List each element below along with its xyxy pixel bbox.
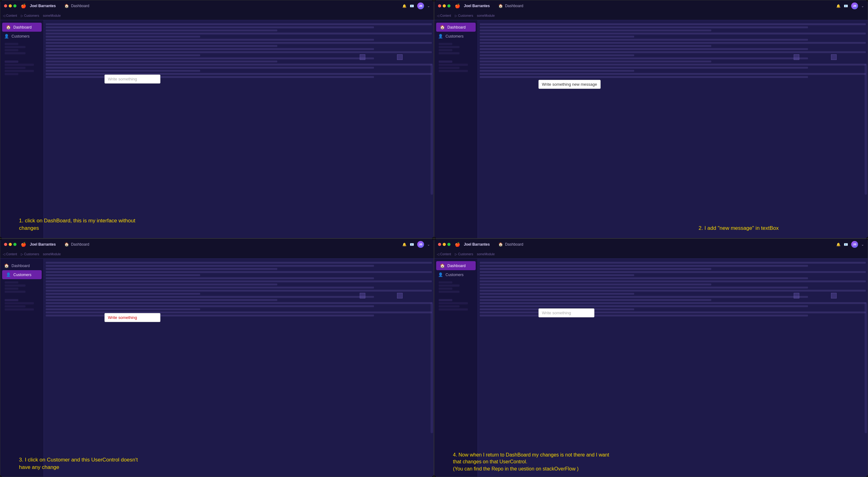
scrollbar-2[interactable] (865, 64, 867, 195)
nav-dashboard-1[interactable]: 🏠 Dashboard (64, 4, 89, 8)
app-body-3: 🏠 Dashboard 👤 Customers (0, 259, 434, 477)
sidebar-customers-3[interactable]: 👤 Customers (2, 270, 42, 279)
top-nav-1: ◁ Content ▷ Customers someModule (0, 11, 434, 20)
textbox-value-3: Write something (108, 315, 137, 320)
tab-content-1[interactable]: ◁ Content (3, 14, 17, 18)
tab-item-22[interactable]: ▷ Customers (455, 14, 473, 18)
panel-1: 🍎 Joel Barrantes 🏠 Dashboard 🔔 📧 JB ⌄ ◁ … (0, 0, 434, 238)
annotation-1: 1. click on DashBoard, this is my interf… (19, 217, 135, 232)
write-textbox-4[interactable]: Write something (538, 308, 594, 317)
minimize-button[interactable] (9, 4, 12, 7)
apple-icon: 🍎 (21, 3, 26, 8)
title-bar-4: 🍎 Joel Barrantes 🏠 Dashboard 🔔 📧 JB ⌄ (434, 239, 868, 250)
user-name-3: Joel Barrantes (30, 242, 56, 246)
scrollbar-4[interactable] (865, 302, 867, 433)
square-indicator-2b (831, 54, 837, 60)
close-button-2[interactable] (438, 4, 441, 7)
maximize-button-3[interactable] (13, 243, 17, 246)
dashboard-icon-3: 🏠 (4, 263, 9, 268)
minimize-button-4[interactable] (443, 243, 446, 246)
chevron-icon-4: ⌄ (861, 242, 864, 246)
sidebar-dashboard-1[interactable]: 🏠 Dashboard (2, 23, 42, 32)
tab-item-43[interactable]: someModule (477, 252, 495, 256)
nav-label-1: Dashboard (71, 4, 89, 8)
maximize-button-2[interactable] (447, 4, 451, 7)
customers-label-3: Customers (13, 273, 31, 277)
avatar-1[interactable]: JB (417, 2, 424, 9)
notification-icon-3: 🔔 (402, 242, 407, 246)
tab-content-3[interactable]: ◁ Content (3, 252, 17, 256)
mail-icon-2: 📧 (844, 4, 848, 8)
mail-icon-4: 📧 (844, 242, 848, 246)
square-indicator-1 (360, 54, 365, 60)
sidebar-dashboard-4[interactable]: 🏠 Dashboard (436, 261, 476, 270)
square-indicator-3b (397, 293, 403, 299)
minimize-button-3[interactable] (9, 243, 12, 246)
tab-item-33[interactable]: someModule (43, 252, 61, 256)
tab-content-4[interactable]: ◁ Content (437, 252, 451, 256)
user-name-1: Joel Barrantes (30, 4, 56, 8)
sidebar-customers-1[interactable]: 👤 Customers (0, 32, 43, 41)
tab-item-32[interactable]: ▷ Customers (21, 252, 39, 256)
title-bar-1: 🍎 Joel Barrantes 🏠 Dashboard 🔔 📧 JB ⌄ (0, 0, 434, 11)
apple-icon-2: 🍎 (455, 3, 460, 8)
customers-label-2: Customers (445, 34, 464, 38)
dashboard-icon-1: 🏠 (6, 25, 11, 30)
mail-icon-1: 📧 (410, 4, 414, 8)
nav-label-3: Dashboard (71, 242, 89, 246)
maximize-button[interactable] (13, 4, 17, 7)
close-button-3[interactable] (4, 243, 7, 246)
tab-item-23[interactable]: someModule (477, 14, 495, 18)
main-content-3: Write something (44, 259, 434, 477)
nav-label-2: Dashboard (505, 4, 523, 8)
content-area-2: Write something new message (478, 20, 868, 238)
mail-icon-3: 📧 (410, 242, 414, 246)
sidebar-customers-4[interactable]: 👤 Customers (434, 270, 477, 279)
nav-dashboard-4[interactable]: 🏠 Dashboard (498, 242, 523, 246)
traffic-lights-1 (4, 4, 17, 7)
traffic-lights-3 (4, 243, 17, 246)
tab-item-42[interactable]: ▷ Customers (455, 252, 473, 256)
close-button[interactable] (4, 4, 7, 7)
dashboard-icon-2: 🏠 (440, 25, 445, 30)
nav-label-4: Dashboard (505, 242, 523, 246)
tab-content-2[interactable]: ◁ Content (437, 14, 451, 18)
write-textbox-3[interactable]: Write something (104, 313, 160, 322)
dashboard-label-3: Dashboard (11, 264, 30, 268)
annotation-2: 2. I add "new message" in textBox (699, 225, 779, 232)
annotation-text-4: 4. Now when I return to DashBoard my cha… (453, 452, 609, 471)
nav-dashboard-2[interactable]: 🏠 Dashboard (498, 4, 523, 8)
maximize-button-4[interactable] (447, 243, 451, 246)
home-icon-3: 🏠 (64, 242, 69, 246)
write-textbox-2[interactable]: Write something new message (538, 80, 601, 89)
close-button-4[interactable] (438, 243, 441, 246)
avatar-4[interactable]: JB (851, 241, 858, 248)
avatar-2[interactable]: JB (851, 2, 858, 9)
home-icon-2: 🏠 (498, 4, 503, 8)
user-name-4: Joel Barrantes (464, 242, 490, 246)
sidebar-customers-2[interactable]: 👤 Customers (434, 32, 477, 41)
square-indicator-4a (794, 293, 799, 299)
title-bar-right-1: 🔔 📧 JB ⌄ (402, 2, 430, 9)
nav-dashboard-3[interactable]: 🏠 Dashboard (64, 242, 89, 246)
scrollbar-1[interactable] (431, 64, 433, 195)
tab-item-2[interactable]: ▷ Customers (21, 14, 39, 18)
textbox-value-4: Write something (542, 311, 571, 315)
apple-icon-4: 🍎 (455, 242, 460, 247)
minimize-button-2[interactable] (443, 4, 446, 7)
sidebar-dashboard-2[interactable]: 🏠 Dashboard (436, 23, 476, 32)
dashboard-icon-4: 🏠 (440, 263, 445, 268)
sidebar-dashboard-3[interactable]: 🏠 Dashboard (0, 261, 43, 270)
notification-icon-4: 🔔 (836, 242, 841, 246)
avatar-3[interactable]: JB (417, 241, 424, 248)
scrollbar-3[interactable] (431, 302, 433, 433)
title-bar-right-3: 🔔 📧 JB ⌄ (402, 241, 430, 248)
square-indicator-2 (397, 54, 403, 60)
panel-3: 🍎 Joel Barrantes 🏠 Dashboard 🔔 📧 JB ⌄ ◁ … (0, 238, 434, 477)
tab-item-3[interactable]: someModule (43, 14, 61, 18)
notification-icon-2: 🔔 (836, 4, 841, 8)
write-textbox-1[interactable]: Write something (104, 74, 160, 83)
annotation-text-2: 2. I add "new message" in textBox (699, 225, 779, 231)
customers-label-1: Customers (11, 34, 30, 38)
top-nav-4: ◁ Content ▷ Customers someModule (434, 250, 868, 259)
